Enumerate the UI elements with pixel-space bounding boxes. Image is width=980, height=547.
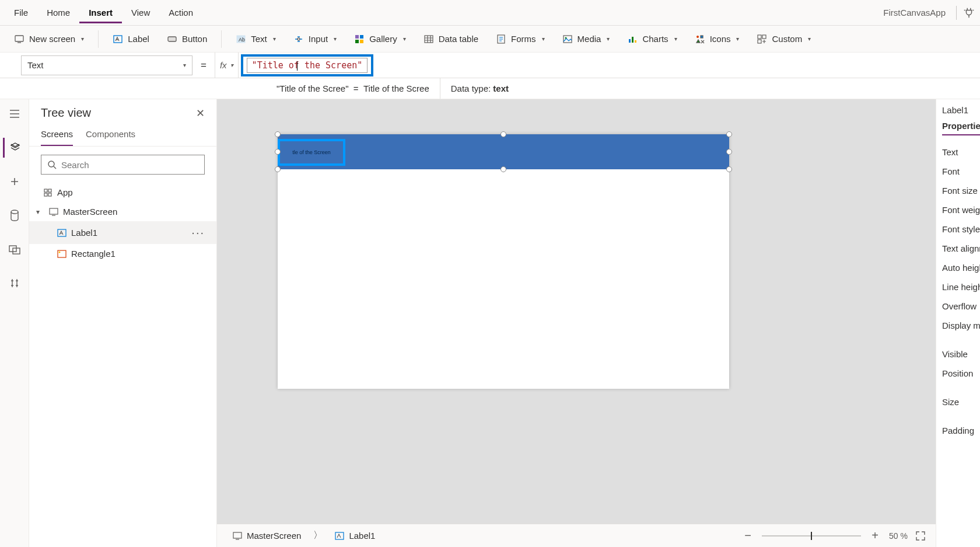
prop-row[interactable]: Font size — [942, 181, 980, 200]
canvas-area[interactable]: tle of the Screen MasterScreen 〉 Label1 — [217, 99, 936, 547]
more-options-icon[interactable]: ··· — [191, 226, 208, 239]
prop-row[interactable]: Overflow — [942, 297, 980, 316]
prop-row[interactable]: Display mo — [942, 316, 980, 335]
svg-point-5 — [298, 38, 300, 40]
insert-pane-tab[interactable] — [3, 172, 26, 191]
tree-item-rectangle1[interactable]: Rectangle1 — [29, 244, 216, 263]
input-dropdown[interactable]: Input ▾ — [286, 30, 344, 48]
formula-result-bar: "Title of the Scree" = Title of the Scre… — [0, 78, 980, 99]
media-icon — [562, 34, 573, 44]
tree-item-label: Label1 — [71, 228, 97, 238]
tree-search-input[interactable] — [61, 160, 198, 170]
resize-handle[interactable] — [275, 166, 281, 172]
charts-icon — [627, 34, 638, 44]
prop-row — [942, 335, 980, 344]
prop-row[interactable]: Auto height — [942, 258, 980, 277]
svg-rect-21 — [758, 40, 761, 43]
tree-item-label1[interactable]: Label1 ··· — [29, 221, 216, 244]
icons-dropdown[interactable]: Icons ▾ — [688, 30, 747, 48]
forms-dropdown[interactable]: Forms ▾ — [489, 30, 552, 48]
svg-rect-18 — [701, 36, 703, 38]
close-icon[interactable]: ✕ — [196, 107, 205, 120]
prop-row[interactable]: Padding — [942, 421, 980, 440]
new-screen-button[interactable]: New screen ▾ — [7, 30, 91, 48]
screen-canvas[interactable]: tle of the Screen — [278, 134, 729, 389]
fit-to-screen-icon[interactable] — [915, 530, 926, 542]
tree-item-app[interactable]: App — [29, 183, 216, 202]
media-tab[interactable] — [3, 239, 26, 259]
zoom-slider[interactable] — [762, 535, 861, 536]
screen-icon — [233, 532, 242, 540]
breadcrumb-control[interactable]: Label1 — [328, 528, 382, 543]
tree-list: App ▾ MasterScreen Label1 ··· Rectangle1 — [29, 183, 216, 547]
resize-handle[interactable] — [275, 131, 281, 137]
menu-file[interactable]: File — [5, 2, 37, 23]
svg-rect-27 — [48, 189, 51, 192]
zoom-thumb[interactable] — [811, 532, 812, 540]
prop-row[interactable]: Position — [942, 364, 980, 383]
menu-home[interactable]: Home — [37, 2, 79, 23]
resize-handle[interactable] — [275, 149, 281, 155]
prop-row[interactable]: Visible — [942, 344, 980, 364]
formula-input[interactable]: "Title of the Screen" — [247, 58, 368, 73]
menu-insert[interactable]: Insert — [79, 2, 122, 23]
chevron-down-icon: ▾ — [674, 36, 677, 42]
text-cursor — [297, 61, 298, 71]
resize-handle[interactable] — [501, 131, 506, 137]
text-label: Text — [251, 34, 267, 44]
button-button[interactable]: Button — [160, 30, 214, 48]
svg-rect-8 — [355, 40, 359, 43]
prop-row[interactable]: Line height — [942, 277, 980, 297]
tab-screens[interactable]: Screens — [41, 129, 73, 146]
charts-dropdown[interactable]: Charts ▾ — [620, 30, 684, 48]
property-selector[interactable]: Text ▾ — [21, 55, 192, 75]
app-checker-icon[interactable] — [963, 6, 975, 19]
prop-row[interactable]: Text — [942, 142, 980, 162]
formula-result-type: Data type: text — [440, 78, 519, 99]
breadcrumb-screen[interactable]: MasterScreen — [226, 528, 307, 543]
svg-rect-0 — [15, 36, 23, 41]
custom-dropdown[interactable]: Custom ▾ — [750, 30, 818, 48]
input-label: Input — [309, 34, 328, 44]
hamburger-icon[interactable] — [3, 104, 26, 124]
advanced-tools-tab[interactable] — [3, 273, 26, 293]
chevron-down-icon: ▾ — [334, 36, 337, 42]
svg-rect-6 — [355, 35, 359, 39]
text-dropdown[interactable]: Ab Text ▾ — [229, 30, 283, 48]
data-tab[interactable] — [3, 205, 26, 225]
tree-view-tab[interactable] — [3, 138, 26, 158]
property-selector-value: Text — [27, 60, 44, 70]
menu-action[interactable]: Action — [159, 2, 202, 23]
app-icon — [43, 188, 52, 197]
media-dropdown[interactable]: Media ▾ — [555, 30, 617, 48]
data-table-icon — [424, 34, 434, 44]
fx-button[interactable]: fx ▾ — [215, 53, 239, 78]
prop-row[interactable]: Text alignm — [942, 239, 980, 258]
prop-row[interactable]: Font weight — [942, 200, 980, 220]
data-table-button[interactable]: Data table — [416, 30, 485, 48]
prop-row[interactable]: Font — [942, 162, 980, 181]
resize-handle[interactable] — [726, 149, 732, 155]
tab-components[interactable]: Components — [86, 129, 135, 146]
prop-row[interactable]: Font style — [942, 220, 980, 239]
svg-rect-2 — [168, 37, 176, 41]
input-icon — [293, 34, 304, 44]
tree-item-masterscreen[interactable]: ▾ MasterScreen — [29, 202, 216, 221]
resize-handle[interactable] — [726, 166, 732, 172]
menu-view[interactable]: View — [122, 2, 159, 23]
zoom-out-button[interactable]: − — [741, 529, 755, 543]
chevron-down-icon: ▾ — [403, 36, 406, 42]
zoom-in-button[interactable]: + — [868, 529, 882, 543]
properties-tab[interactable]: Properties — [942, 121, 980, 135]
tree-search[interactable] — [41, 155, 205, 175]
custom-icon — [757, 34, 767, 44]
resize-handle[interactable] — [501, 166, 506, 172]
ribbon: New screen ▾ Label Button Ab Text ▾ Inpu… — [0, 26, 980, 53]
gallery-dropdown[interactable]: Gallery ▾ — [347, 30, 413, 48]
breadcrumb-separator-icon: 〉 — [313, 529, 323, 542]
forms-label: Forms — [511, 34, 536, 44]
prop-row[interactable]: Size — [942, 392, 980, 412]
svg-rect-9 — [360, 40, 363, 43]
resize-handle[interactable] — [726, 131, 732, 137]
label-button[interactable]: Label — [106, 30, 156, 48]
